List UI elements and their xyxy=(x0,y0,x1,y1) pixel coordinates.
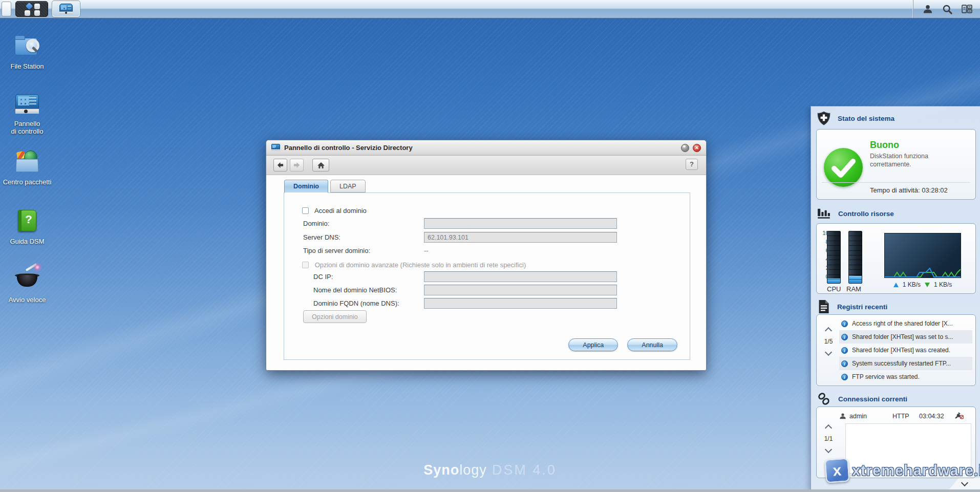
advanced-options-checkbox[interactable] xyxy=(302,262,309,268)
health-ok-icon xyxy=(824,148,863,187)
uptime-text: Tempo di attività: 03:28:02 xyxy=(870,186,948,194)
tab-dominio[interactable]: Dominio xyxy=(284,180,328,193)
upload-rate: 1 KB/s xyxy=(903,281,921,288)
cancel-button[interactable]: Annulla xyxy=(627,338,677,351)
dc-ip-label: DC IP: xyxy=(313,273,333,281)
widget-title: Controllo risorse xyxy=(838,210,894,218)
widget-title: Stato del sistema xyxy=(838,115,894,122)
domain-options-button[interactable]: Opzioni dominio xyxy=(303,310,367,323)
advanced-options-label: Opzioni di dominio avanzate (Richieste s… xyxy=(315,261,526,269)
chain-link-icon xyxy=(817,392,831,406)
join-domain-label: Accedi al dominio xyxy=(314,207,367,215)
log-document-icon xyxy=(817,300,830,314)
widget-panel: Stato del sistema Buono DiskStation funz… xyxy=(811,106,980,490)
y-tick: 8 xyxy=(816,239,829,245)
log-row[interactable]: i FTP service was started. xyxy=(839,370,972,383)
y-tick: 10 xyxy=(816,230,829,236)
netbios-domain-label: Nome del dominio NetBIOS: xyxy=(313,286,397,294)
apply-button[interactable]: Applica xyxy=(568,338,618,351)
desktop-icon-control-panel[interactable]: Pannello di controllo xyxy=(3,91,52,135)
dc-ip-input[interactable] xyxy=(424,271,617,282)
log-text: Shared folder [XHTest] was created. xyxy=(852,347,950,354)
page-indicator: 1/5 xyxy=(824,338,833,345)
info-icon: i xyxy=(841,347,848,354)
fqdn-domain-label: Dominio FQDN (nome DNS): xyxy=(313,300,399,307)
desktop-icon-label: Pannello di controllo xyxy=(3,120,52,135)
back-button[interactable] xyxy=(273,159,287,172)
y-tick: 4 xyxy=(816,256,829,262)
ram-label: RAM xyxy=(846,285,861,293)
user-icon[interactable] xyxy=(922,3,934,15)
fqdn-domain-input[interactable] xyxy=(424,298,617,309)
disconnect-icon[interactable] xyxy=(955,412,964,421)
page-down-icon[interactable] xyxy=(825,446,832,453)
divider xyxy=(822,182,970,183)
y-tick: 6 xyxy=(816,247,829,253)
main-menu-button[interactable] xyxy=(15,1,48,17)
widget-title: Registri recenti xyxy=(837,303,887,311)
desktop-icon-file-station[interactable]: File Station xyxy=(3,34,52,70)
desktop-icon-package-center[interactable]: Centro pacchetti xyxy=(3,149,52,186)
current-connections-header: Connessioni correnti xyxy=(817,392,907,405)
log-text: Shared folder [XHTest] was set to s... xyxy=(852,333,953,340)
close-button[interactable]: ✕ xyxy=(693,144,701,152)
system-health-card: Buono DiskStation funziona correttamente… xyxy=(816,129,976,200)
page-up-icon[interactable] xyxy=(825,424,832,432)
desktop-icon-quick-start[interactable]: Avvio veloce xyxy=(3,267,52,304)
window-title: Pannello di controllo - Servizio Directo… xyxy=(284,144,677,152)
menu-square-icon xyxy=(34,10,40,16)
tab-strip: Dominio LDAP xyxy=(284,180,366,192)
log-row[interactable]: i Access right of the shared folder [X..… xyxy=(839,317,972,330)
page-up-icon[interactable] xyxy=(825,327,832,334)
dialog-actions: Applica Annulla xyxy=(568,338,677,351)
dns-server-input[interactable] xyxy=(424,232,617,243)
connection-row[interactable]: admin HTTP 03:04:32 xyxy=(839,410,972,422)
control-panel-window: Pannello di controllo - Servizio Directo… xyxy=(266,140,707,371)
connection-user: admin xyxy=(849,413,892,420)
user-icon xyxy=(839,413,846,420)
magic-hat-icon xyxy=(14,267,40,293)
info-icon: i xyxy=(841,360,848,367)
recent-logs-header: Registri recenti xyxy=(817,300,887,313)
tab-ldap[interactable]: LDAP xyxy=(330,180,366,192)
join-domain-checkbox[interactable] xyxy=(302,207,309,214)
package-center-icon xyxy=(14,149,40,175)
info-icon: i xyxy=(841,374,848,380)
log-text: Access right of the shared folder [X... xyxy=(852,320,953,327)
show-desktop-button[interactable] xyxy=(2,2,11,16)
control-panel-icon xyxy=(14,91,40,117)
page-down-icon[interactable] xyxy=(825,349,832,356)
taskbar-window-button-control-panel[interactable] xyxy=(52,1,80,17)
log-row[interactable]: i Shared folder [XHTest] was set to s... xyxy=(839,330,972,344)
minimize-button[interactable] xyxy=(681,144,689,152)
desktop-icon-dsm-help[interactable]: ? Guida DSM xyxy=(3,209,52,245)
log-row[interactable]: i Shared folder [XHTest] was created. xyxy=(839,344,972,357)
menu-square-icon xyxy=(25,10,30,16)
file-station-icon xyxy=(14,34,40,59)
taskbar xyxy=(0,0,980,19)
log-text: System successfully restarted FTP... xyxy=(852,360,951,367)
network-traffic-chart xyxy=(884,233,961,278)
forward-button[interactable] xyxy=(290,159,304,172)
y-tick: 0 xyxy=(816,273,829,280)
pilot-view-icon[interactable] xyxy=(961,3,973,15)
netbios-domain-input[interactable] xyxy=(424,285,617,295)
cpu-gauge xyxy=(827,231,841,284)
help-book-icon: ? xyxy=(14,209,40,234)
site-watermark: x xtremehardware.it xyxy=(825,459,980,482)
help-button[interactable]: ? xyxy=(686,159,698,170)
log-list: i Access right of the shared folder [X..… xyxy=(839,317,972,383)
domain-server-type-label: Tipo di server dominio: xyxy=(303,247,370,254)
log-row[interactable]: i System successfully restarted FTP... xyxy=(839,357,972,370)
upload-arrow-icon xyxy=(893,283,899,287)
domain-input[interactable] xyxy=(424,218,617,229)
network-legend: 1 KB/s 1 KB/s xyxy=(884,281,961,288)
page-indicator: 1/1 xyxy=(824,435,833,442)
search-icon[interactable] xyxy=(941,3,953,15)
desktop-icon-label: Avvio veloce xyxy=(3,296,52,304)
window-titlebar[interactable]: Pannello di controllo - Servizio Directo… xyxy=(266,140,706,156)
connection-time: 03:04:32 xyxy=(919,413,955,420)
home-button[interactable] xyxy=(312,159,329,172)
ram-gauge xyxy=(848,231,862,284)
brand-bold: Syno xyxy=(423,462,459,478)
